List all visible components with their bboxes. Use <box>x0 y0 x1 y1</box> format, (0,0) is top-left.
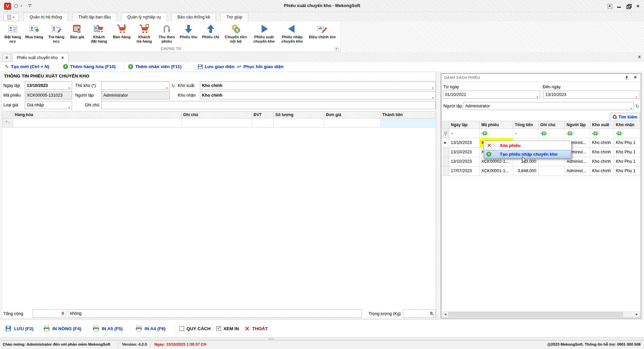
column-header-tong-tien[interactable]: Tổng tiền <box>513 121 539 129</box>
note-field[interactable]: không <box>68 309 362 318</box>
ribbon-item-phieu-xuat-chuyen-kho[interactable]: Phiếu xuất chuyển kho <box>250 21 278 44</box>
create-new-button[interactable]: ✎ Tạo mới (Ctrl + N) <box>5 62 49 71</box>
cell-ghi-chu[interactable] <box>181 118 252 128</box>
filter-nguoi-lap[interactable]: aBc <box>565 129 590 138</box>
refresh-icon[interactable]: ↻ <box>635 102 639 110</box>
ribbon-item-chuyen-tien-noi-bo[interactable]: €$ Chuyển tiền nội bộ <box>222 21 250 44</box>
close-all-tabs-icon[interactable]: ✕ <box>2 54 11 62</box>
quy-cach-checkbox[interactable]: QUY CÁCH <box>179 320 211 337</box>
cell-dvt[interactable] <box>252 118 274 128</box>
drag-handle[interactable] <box>268 338 274 340</box>
ribbon-item-dieu-chinh-ton[interactable]: ab Điều chỉnh tồn <box>306 21 338 44</box>
column-header-nguoi-lap[interactable]: Người lập <box>565 121 590 129</box>
ribbon-item-khach-tra-hang[interactable]: Khách trả hàng <box>132 21 156 44</box>
pin-icon[interactable] <box>625 76 629 80</box>
close-icon[interactable]: × <box>635 3 641 9</box>
item-grid-new-row[interactable]: * - <box>2 118 435 128</box>
ribbon-item-dat-hang-ncc[interactable]: Đặt hàng ncc <box>2 21 23 44</box>
chevron-down-icon[interactable]: ▼ <box>166 85 168 90</box>
column-header-ma-phieu[interactable]: Mã phiếu <box>480 121 513 129</box>
save-layout-button[interactable]: Lưu giao diện <box>198 62 234 71</box>
scroll-left-icon[interactable]: ◀ <box>442 312 448 317</box>
tabbar-close-icon[interactable]: ✕ <box>638 54 641 59</box>
checkbox-unchecked-icon[interactable] <box>179 326 184 331</box>
menu-item-tao-phieu-nhap-chuyen-kho[interactable]: + Tạo phiếu nhập chuyển kho <box>484 150 571 158</box>
ribbon-item-bao-gia[interactable]: Báo giá <box>67 21 87 44</box>
chevron-down-icon[interactable]: ▼ <box>68 104 70 109</box>
tu-ngay-field[interactable]: 01/10/2021 ▼ <box>443 91 540 99</box>
add-employee-button[interactable]: + Thêm nhân viên (F11) <box>128 62 181 71</box>
ribbon-item-phieu-thu[interactable]: Phiếu thu <box>177 21 200 44</box>
column-header-kho-xuat[interactable]: Kho xuất <box>590 121 614 129</box>
column-header-don-gia[interactable]: Đơn giá <box>324 111 381 118</box>
ribbon-item-khach-dat-hang[interactable]: Khách đặt hàng <box>87 21 111 44</box>
loai-gia-field[interactable]: Giá nhập ▼ <box>25 101 72 109</box>
ribbon-item-ban-hang[interactable]: Bán hàng <box>111 21 132 44</box>
filter-ngay-lap[interactable]: = <box>449 129 480 138</box>
chevron-down-icon[interactable]: ▼ <box>630 105 632 112</box>
ribbon-item-mua-hang[interactable]: Mua hàng <box>23 21 45 44</box>
filter-ghi-chu[interactable]: aBc <box>539 129 565 138</box>
chevron-down-icon[interactable]: ▼ <box>432 94 434 99</box>
ribbon-item-phieu-nhap-chuyen-kho[interactable]: Phiếu nhập chuyển kho <box>278 21 306 44</box>
cell-hang-hoa[interactable] <box>13 118 181 128</box>
scroll-right-icon[interactable]: ▶ <box>634 312 640 317</box>
panel-splitter[interactable] <box>436 72 441 318</box>
filter-ma-phieu[interactable]: aBc <box>480 129 513 138</box>
horizontal-scrollbar[interactable]: ◀ ▶ <box>442 311 640 317</box>
den-ngay-field[interactable]: 13/10/2023 ▼ <box>543 91 639 99</box>
exit-button[interactable]: ✕ THOÁT <box>245 320 268 337</box>
scrollbar-thumb[interactable] <box>448 312 623 316</box>
tab-close-icon[interactable]: ✕ <box>61 55 64 60</box>
filter-kho-xuat[interactable]: aBc <box>590 129 614 138</box>
column-header-thanh-tien[interactable]: Thành tiền <box>381 111 435 118</box>
thu-kho-field[interactable]: ▼ <box>101 82 170 90</box>
search-button[interactable]: Tìm kiếm <box>610 113 640 121</box>
ribbon-item-tra-hang-ncc[interactable]: Trả hàng ncc <box>45 21 67 44</box>
refresh-icon[interactable]: ↻ <box>171 82 175 90</box>
print-a4-button[interactable]: IN A4 (F6) <box>136 320 166 337</box>
xem-in-checkbox[interactable]: XEM IN <box>216 320 239 337</box>
minimize-icon[interactable] <box>616 3 622 9</box>
column-header-ghi-chu[interactable]: Ghi chú <box>539 121 565 129</box>
tab-quan-tri-he-thong[interactable]: Quản trị hệ thống <box>23 13 68 21</box>
chevron-down-icon[interactable]: ▼ <box>536 94 538 101</box>
column-header-dvt[interactable]: ĐVT <box>252 111 274 118</box>
chevron-down-icon[interactable]: ▼ <box>635 94 638 101</box>
column-header-so-luong[interactable]: Số lượng <box>274 111 324 118</box>
fullscreen-icon[interactable] <box>607 3 612 9</box>
checkbox-checked-icon[interactable] <box>216 326 221 331</box>
ribbon-item-thu-theo-phieu[interactable]: Thu theo phiếu <box>156 21 177 44</box>
save-button[interactable]: LƯU (F2) <box>5 320 34 337</box>
chevron-down-icon[interactable]: ▼ <box>68 85 70 90</box>
cell-so-luong[interactable] <box>274 118 324 128</box>
tab-thiet-lap-ban-dau[interactable]: Thiết lập ban đầu <box>72 13 117 21</box>
filter-kho-nhan[interactable]: aBc <box>614 129 640 138</box>
doc-tab-phieu-xuat-chuyen-kho[interactable]: Phiếu xuất chuyển kho ✕ <box>12 53 68 62</box>
tab-tro-giup[interactable]: Trợ giúp <box>220 13 248 21</box>
table-row[interactable]: 17/07/2023 XCK00001-1... 3,848,000 Admin… <box>442 166 640 176</box>
kho-xuat-field[interactable]: Kho chính ▼ <box>200 82 436 90</box>
cell-don-gia[interactable] <box>324 118 381 128</box>
print-hot-button[interactable]: IN NÓNG (F4) <box>43 320 81 337</box>
ngay-lap-field[interactable]: 13/10/2023 ▼ <box>25 82 72 90</box>
filter-tong-tien[interactable]: = <box>513 129 539 138</box>
ribbon-item-phieu-chi[interactable]: Phiếu chi <box>200 21 222 44</box>
column-header-hang-hoa[interactable]: Hàng hóa <box>13 111 181 118</box>
column-header-ngay-lap[interactable]: Ngày lập <box>449 121 480 129</box>
column-header-kho-nhan[interactable]: Kho nhận <box>614 121 640 129</box>
chevron-down-icon[interactable]: ▼ <box>432 85 434 90</box>
menu-item-xoa-phieu[interactable]: ✕ Xóa phiếu <box>484 141 571 150</box>
tab-quan-ly-nghiep-vu[interactable]: Quản lý nghiệp vụ <box>121 13 167 22</box>
add-item-button[interactable]: + Thêm hàng hóa (F10) <box>63 62 116 71</box>
panel-close-icon[interactable]: × <box>634 74 637 80</box>
column-header-ghi-chu[interactable]: Ghi chú <box>181 111 252 118</box>
cell-thanh-tien[interactable] <box>381 118 435 128</box>
tab-bao-cao-thong-ke[interactable]: Báo cáo thống kê <box>171 13 216 21</box>
print-a5-button[interactable]: IN A5 (F5) <box>93 320 123 337</box>
restore-layout-button[interactable]: ↩ Phục hồi giao diện <box>237 62 283 71</box>
ghi-chu-field[interactable] <box>101 101 436 109</box>
app-menu-button[interactable]: ▼ <box>3 13 19 21</box>
restore-icon[interactable] <box>626 3 631 9</box>
group-expand-icon[interactable]: ▼ <box>334 47 339 51</box>
